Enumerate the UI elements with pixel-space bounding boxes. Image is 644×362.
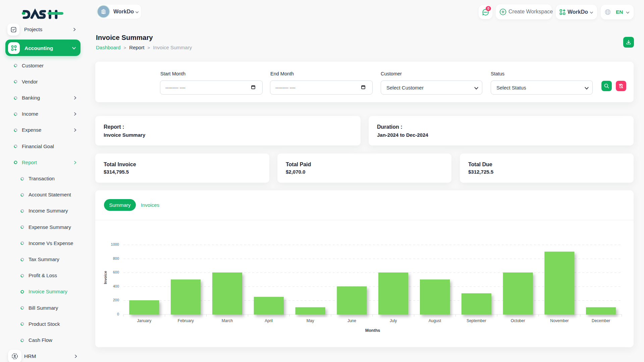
svg-text:September: September [467, 318, 486, 323]
svg-text:June: June [347, 318, 356, 323]
svg-text:600: 600 [113, 270, 119, 274]
svg-text:October: October [511, 318, 525, 323]
svg-text:Months: Months [365, 328, 380, 333]
svg-text:April: April [265, 318, 273, 323]
svg-text:January: January [137, 318, 152, 323]
svg-text:February: February [178, 318, 194, 323]
svg-text:1000: 1000 [111, 242, 119, 246]
svg-text:Invoice: Invoice [103, 271, 107, 284]
svg-text:200: 200 [113, 298, 119, 302]
svg-text:March: March [222, 318, 233, 323]
svg-text:July: July [390, 318, 397, 323]
svg-text:November: November [550, 318, 569, 323]
svg-text:400: 400 [113, 284, 119, 288]
svg-text:0: 0 [117, 312, 119, 316]
svg-text:May: May [307, 318, 314, 323]
svg-text:December: December [592, 318, 610, 323]
svg-text:800: 800 [113, 256, 119, 260]
svg-text:August: August [429, 318, 441, 323]
